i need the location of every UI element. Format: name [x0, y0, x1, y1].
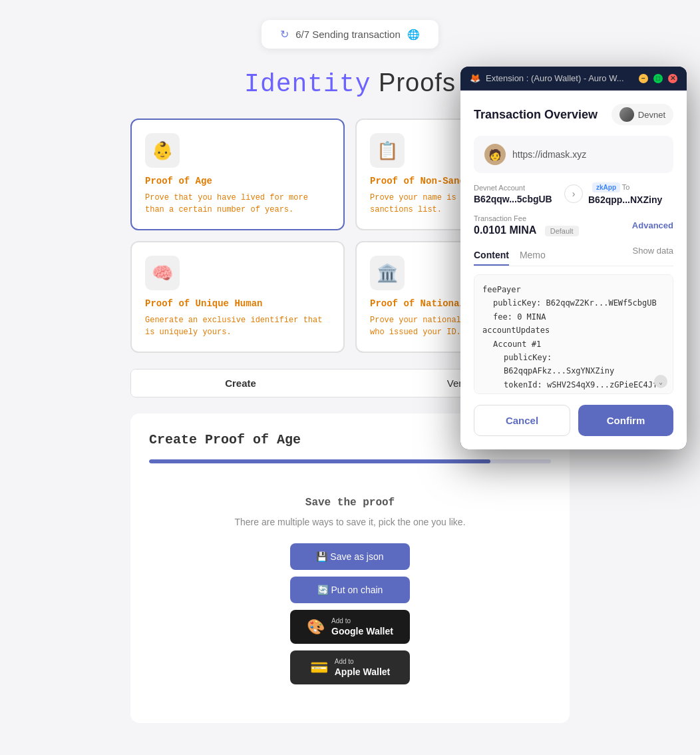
content-balance-change: balanceChange: 0 MINA — [504, 391, 665, 394]
content-account1-pk: publicKey: B62qqpAFkz...SxgYNXZiny — [504, 351, 665, 378]
popup-title-left: 🦊 Extension : (Auro Wallet) - Auro W... — [470, 73, 624, 83]
google-wallet-icon: 🎨 — [307, 619, 325, 636]
url-text: https://idmask.xyz — [512, 149, 586, 160]
page-title-highlight: Identity — [244, 70, 371, 99]
fee-default-badge: Default — [545, 226, 579, 236]
apple-wallet-button[interactable]: 💳 Add to Apple Wallet — [290, 650, 410, 684]
card-desc-age: Prove that you have lived for more than … — [145, 192, 330, 216]
tx-header: Transaction Overview Devnet — [474, 104, 673, 125]
google-wallet-button[interactable]: 🎨 Add to Google Wallet — [290, 610, 410, 644]
account-arrow[interactable]: › — [564, 184, 583, 203]
fee-row: Transaction Fee 0.0101 MINA Default Adva… — [474, 214, 673, 236]
card-icon-nationality: 🏛️ — [370, 256, 405, 290]
progress-bar-fill — [149, 459, 490, 463]
google-wallet-add-to: Add to — [331, 617, 393, 625]
tab-create[interactable]: Create — [131, 370, 350, 397]
save-json-button[interactable]: 💾 Save as json — [290, 543, 410, 570]
popup-actions: Cancel Confirm — [474, 405, 673, 436]
card-icon-sanctions: 📋 — [370, 133, 405, 168]
cancel-button[interactable]: Cancel — [474, 405, 570, 436]
maximize-button[interactable]: □ — [653, 74, 663, 83]
close-button[interactable]: ✕ — [668, 74, 677, 83]
popup-tabs: Content Memo Show data — [474, 246, 673, 266]
account-row: Devnet Account B62qqw...5cbgUB › zkApp T… — [474, 182, 673, 205]
page-title: Identity Proofs — [244, 69, 456, 99]
save-section: Save the proof There are multiple ways t… — [149, 483, 551, 704]
window-controls: − □ ✕ — [639, 74, 677, 83]
apple-wallet-add-to: Add to — [335, 657, 391, 666]
content-area: feePayer publicKey: B62qqwZ2Kr...WEWf5cb… — [474, 274, 673, 394]
account-to-value: B62qpp...NXZiny — [588, 194, 673, 205]
card-icon-age: 👶 — [145, 133, 180, 168]
fee-payer-label: feePayer — [482, 283, 665, 296]
content-account-updates: accountUpdates — [482, 324, 665, 337]
url-avatar-icon: 🧑 — [488, 148, 502, 161]
network-avatar — [619, 107, 634, 122]
network-badge: Devnet — [612, 104, 673, 125]
popup-tab-content[interactable]: Content — [474, 246, 509, 266]
expand-icon[interactable]: ⌄ — [654, 375, 667, 388]
advanced-link[interactable]: Advanced — [632, 220, 673, 230]
url-icon: 🧑 — [484, 144, 506, 165]
tx-title: Transaction Overview — [474, 108, 598, 122]
page-title-normal: Proofs — [379, 69, 456, 97]
put-on-chain-button[interactable]: 🔄 Put on chain — [290, 577, 410, 603]
url-row: 🧑 https://idmask.xyz — [474, 136, 673, 173]
fee-col-left: Transaction Fee 0.0101 MINA Default — [474, 214, 579, 236]
confirm-button[interactable]: Confirm — [578, 405, 673, 436]
card-desc-human: Generate an exclusive identifier that is… — [145, 314, 330, 338]
fee-amount: 0.0101 MINA — [474, 224, 536, 236]
fee-label: Transaction Fee — [474, 214, 579, 222]
network-name: Devnet — [638, 110, 665, 120]
firefox-icon: 🦊 — [470, 73, 480, 83]
minimize-button[interactable]: − — [639, 74, 648, 83]
content-public-key-label: publicKey: B62qqwZ2Kr...WEWf5cbgUB — [493, 296, 665, 310]
google-wallet-name: Google Wallet — [331, 625, 393, 637]
spinner-icon: ↻ — [280, 28, 289, 41]
zkapp-badge: zkApp — [592, 182, 620, 192]
account-from-col: Devnet Account B62qqw...5cbgUB — [474, 184, 559, 204]
auro-wallet-popup: 🦊 Extension : (Auro Wallet) - Auro W... … — [460, 67, 687, 449]
account-label: Devnet Account — [474, 184, 559, 192]
popup-window-title: Extension : (Auro Wallet) - Auro W... — [486, 73, 624, 83]
apple-wallet-icon: 💳 — [310, 659, 328, 676]
status-bar: ↻ 6/7 Sending transaction 🌐 — [262, 20, 438, 49]
popup-tab-memo[interactable]: Memo — [520, 246, 546, 266]
account-from-value: B62qqw...5cbgUB — [474, 194, 559, 204]
save-heading: Save the proof — [149, 497, 551, 509]
create-section: Create Proof of Age Save the proof There… — [130, 413, 570, 723]
content-account1-label: Account #1 — [493, 338, 665, 351]
save-subtitle: There are multiple ways to save it, pick… — [149, 517, 551, 527]
progress-bar-container — [149, 459, 551, 463]
card-proof-of-unique-human[interactable]: 🧠 Proof of Unique Human Generate an excl… — [130, 241, 345, 353]
content-token-id: tokenId: wSHV2S4qX9...zGPieEC4Jf — [504, 378, 665, 391]
fee-amount-row: 0.0101 MINA Default — [474, 224, 579, 236]
show-data-link[interactable]: Show data — [633, 246, 673, 266]
card-title-human: Proof of Unique Human — [145, 298, 330, 309]
status-icon: 🌐 — [407, 29, 420, 41]
account-to-col: zkApp To B62qpp...NXZiny — [588, 182, 673, 205]
card-title-age: Proof of Age — [145, 176, 330, 186]
account-to-label: zkApp To — [588, 182, 673, 192]
popup-titlebar: 🦊 Extension : (Auro Wallet) - Auro W... … — [460, 67, 687, 91]
popup-body: Transaction Overview Devnet 🧑 https://id… — [460, 91, 687, 449]
status-text: 6/7 Sending transaction — [295, 29, 401, 40]
card-icon-human: 🧠 — [145, 256, 180, 290]
card-proof-of-age[interactable]: 👶 Proof of Age Prove that you have lived… — [130, 119, 345, 230]
content-fee-label: fee: 0 MINA — [493, 310, 665, 324]
apple-wallet-name: Apple Wallet — [335, 666, 391, 678]
